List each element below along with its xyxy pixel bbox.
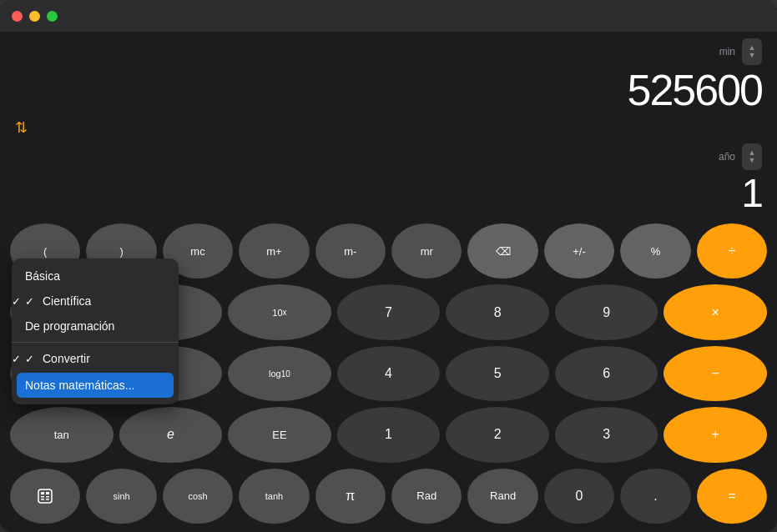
btn-1[interactable]: 1 [337,407,441,462]
svg-rect-6 [46,499,49,500]
svg-rect-2 [46,492,49,494]
divide-button[interactable]: ÷ [697,223,767,279]
menu-math-notes-label: Notas matemáticas... [25,379,135,392]
title-bar [0,0,777,32]
menu-item-basic[interactable]: Básica [12,263,179,289]
button-row-4: tan e EE 1 2 3 + [10,407,767,462]
close-button[interactable] [12,11,23,22]
btn-0[interactable]: 0 [544,469,614,524]
multiply-button[interactable]: × [663,284,767,339]
10-pow-x-button[interactable]: 10x [228,284,331,339]
ee-button[interactable]: EE [228,407,331,462]
btn-6[interactable]: 6 [555,346,658,401]
svg-rect-3 [41,496,44,498]
btn-9[interactable]: 9 [555,284,658,339]
minimize-button[interactable] [29,11,40,22]
tan-button[interactable]: tan [10,407,114,462]
sort-row: ⇅ [0,115,777,142]
log10-button[interactable]: log10 [228,346,331,401]
checkmark-scientific: ✓ [25,295,34,308]
menu-programmer-label: De programación [25,319,114,333]
svg-rect-5 [41,499,44,500]
m-plus-button[interactable]: m+ [239,223,309,279]
btn-5[interactable]: 5 [446,346,549,401]
percent-button[interactable]: % [620,223,690,279]
mr-button[interactable]: mr [391,223,462,279]
btn-8[interactable]: 8 [446,284,549,339]
display-value-2: 1 [741,173,762,213]
svg-rect-4 [46,496,49,498]
e-button[interactable]: e [119,407,223,462]
pi-button[interactable]: π [315,469,386,524]
btn-2[interactable]: 2 [446,407,549,462]
svg-rect-0 [38,489,52,503]
backspace-button[interactable]: ⌫ [467,223,537,279]
menu-item-programmer[interactable]: De programación [12,314,179,339]
checkmark-convert: ✓ [25,353,34,365]
menu-item-math-notes[interactable]: Notas matemáticas... [17,373,174,398]
tanh-button[interactable]: tanh [239,469,309,524]
menu-item-convert[interactable]: ✓ Convertir [12,346,179,371]
dropdown-menu: Básica ✓ Científica De programación ✓ Co… [12,258,179,404]
rand-button[interactable]: Rand [467,469,537,524]
plus-minus-button[interactable]: +/- [544,223,614,279]
decimal-button[interactable]: . [620,469,690,524]
menu-item-scientific[interactable]: ✓ Científica [12,289,179,314]
svg-rect-1 [41,492,44,494]
btn-7[interactable]: 7 [337,284,441,339]
button-row-5: sinh cosh tanh π Rad Rand 0 . = [10,469,767,524]
display-area-1: min ▲ ▼ 525600 [0,32,777,115]
menu-scientific-label: Científica [43,294,91,308]
equals-button[interactable]: = [697,469,767,524]
subtract-button[interactable]: − [663,346,767,401]
add-button[interactable]: + [663,407,767,462]
btn-4[interactable]: 4 [337,346,441,401]
unit-stepper-2[interactable]: ▲ ▼ [742,143,762,170]
display-value-1: 525600 [627,68,762,112]
sort-icon[interactable]: ⇅ [15,118,28,137]
menu-basic-label: Básica [25,269,60,283]
menu-separator [12,342,179,343]
unit-label-1: min [719,46,735,58]
calc-icon-button[interactable] [10,469,80,524]
unit-stepper-1[interactable]: ▲ ▼ [742,38,762,65]
maximize-button[interactable] [47,11,58,22]
btn-3[interactable]: 3 [555,407,658,462]
m-minus-button[interactable]: m- [315,223,386,279]
sinh-button[interactable]: sinh [86,469,156,524]
menu-convert-label: Convertir [43,352,90,365]
rad-button[interactable]: Rad [391,469,462,524]
cosh-button[interactable]: cosh [163,469,233,524]
calculator-window: min ▲ ▼ 525600 ⇅ año ▲ ▼ 1 ( ) mc m+ [0,0,777,532]
display-area-2: año ▲ ▼ 1 [0,142,777,217]
unit-label-2: año [719,151,735,163]
